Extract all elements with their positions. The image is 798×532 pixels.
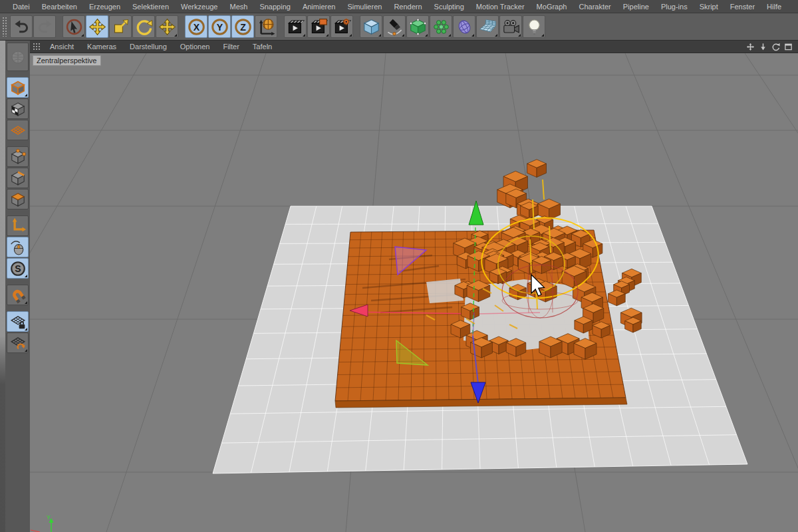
menu-item-motion-tracker[interactable]: Motion Tracker xyxy=(470,3,531,11)
model-mode-button[interactable] xyxy=(7,77,29,98)
menu-item-rendern[interactable]: Rendern xyxy=(388,3,428,11)
lock-y-axis-button[interactable]: Y xyxy=(208,15,231,38)
scale-tool-icon[interactable] xyxy=(109,15,132,38)
add-light-button[interactable] xyxy=(523,15,545,38)
lock-z-axis-button[interactable]: Z xyxy=(231,15,254,38)
make-editable-button[interactable] xyxy=(7,43,29,71)
viewport-maximize-icon[interactable] xyxy=(783,42,793,52)
toolbar-group xyxy=(284,15,354,38)
cinema4d-window: DateiBearbeitenErzeugenSelektierenWerkze… xyxy=(0,0,798,532)
lock-workplane-button[interactable] xyxy=(7,311,29,332)
redo-icon[interactable] xyxy=(33,15,56,38)
sidebar-group-separator xyxy=(5,210,30,215)
viewport-zoom-icon[interactable] xyxy=(758,42,768,52)
svg-text:S: S xyxy=(15,263,21,274)
add-mograph-button[interactable] xyxy=(430,15,452,38)
menu-item-hilfe[interactable]: Hilfe xyxy=(761,3,787,11)
menu-item-mesh[interactable]: Mesh xyxy=(223,3,253,11)
render-settings-button[interactable] xyxy=(331,15,353,38)
lock-x-axis-button[interactable]: X xyxy=(185,15,207,38)
viewport-menu-drag-handle[interactable] xyxy=(33,43,41,51)
last-used-tool-icon[interactable] xyxy=(156,15,178,38)
move-tool-icon[interactable] xyxy=(86,15,108,38)
axis-mode-button[interactable] xyxy=(7,215,29,236)
menu-item-skript[interactable]: Skript xyxy=(694,3,724,11)
viewport-pan-icon[interactable] xyxy=(745,42,755,52)
viewport-menu-bar: AnsichtKamerasDarstellungOptionenFilterT… xyxy=(30,41,798,53)
menu-item-werkzeuge[interactable]: Werkzeuge xyxy=(175,3,223,11)
toolbar-group xyxy=(63,15,179,38)
menu-item-plug-ins[interactable]: Plug-ins xyxy=(655,3,694,11)
menu-item-erzeugen[interactable]: Erzeugen xyxy=(83,3,126,11)
viewport-menu-item-ansicht[interactable]: Ansicht xyxy=(43,43,80,51)
toolbar-drag-handle[interactable] xyxy=(2,17,7,37)
add-spline-button[interactable] xyxy=(383,15,406,38)
mode-sidebar: S xyxy=(5,41,30,532)
viewport-column: AnsichtKamerasDarstellungOptionenFilterT… xyxy=(30,41,798,532)
live-selection-icon[interactable] xyxy=(63,15,85,38)
viewport-label: Zentralperspektive xyxy=(33,55,101,66)
menu-item-simulieren[interactable]: Simulieren xyxy=(341,3,388,11)
add-deformer-button[interactable] xyxy=(453,15,475,38)
svg-text:X: X xyxy=(193,21,200,32)
menu-item-datei[interactable]: Datei xyxy=(7,3,36,11)
menu-bar: DateiBearbeitenErzeugenSelektierenWerkze… xyxy=(0,0,798,13)
svg-text:Y: Y xyxy=(216,21,223,32)
menu-item-sculpting[interactable]: Sculpting xyxy=(428,3,470,11)
menu-item-animieren[interactable]: Animieren xyxy=(297,3,342,11)
main-toolbar: XYZ xyxy=(0,13,798,41)
menu-item-selektieren[interactable]: Selektieren xyxy=(126,3,175,11)
add-cube-button[interactable] xyxy=(360,15,382,38)
viewport-menu-item-optionen[interactable]: Optionen xyxy=(174,43,217,51)
points-mode-button[interactable] xyxy=(7,146,29,167)
viewport-menu-item-filter[interactable]: Filter xyxy=(216,43,245,51)
toolbar-group: XYZ xyxy=(185,15,278,38)
render-view-button[interactable] xyxy=(284,15,307,38)
coordinate-system-button[interactable] xyxy=(255,15,277,38)
viewport-menu-item-darstellung[interactable]: Darstellung xyxy=(123,43,174,51)
add-camera-button[interactable] xyxy=(499,15,522,38)
menu-item-mograph[interactable]: MoGraph xyxy=(531,3,573,11)
menu-item-bearbeiten[interactable]: Bearbeiten xyxy=(36,3,83,11)
menu-item-fenster[interactable]: Fenster xyxy=(724,3,761,11)
toolbar-group xyxy=(360,15,546,38)
tweak-mode-button[interactable] xyxy=(7,237,29,257)
magnet-tool-button[interactable] xyxy=(7,285,29,305)
workplane-mode-button[interactable] xyxy=(7,120,29,140)
sidebar-group-separator xyxy=(5,306,30,311)
polygons-mode-button[interactable] xyxy=(7,189,29,209)
texture-mode-button[interactable] xyxy=(7,98,29,119)
rotate-tool-icon[interactable] xyxy=(132,15,155,38)
add-environment-button[interactable] xyxy=(476,15,499,38)
window-edge-strip xyxy=(0,41,5,532)
menu-item-pipeline[interactable]: Pipeline xyxy=(617,3,655,11)
axis-y-label: Y xyxy=(47,514,51,521)
viewport-scene: YX xyxy=(30,53,798,532)
menu-item-snapping[interactable]: Snapping xyxy=(253,3,297,11)
sidebar-group-separator xyxy=(5,72,30,76)
svg-text:Z: Z xyxy=(240,21,246,32)
toolbar-group xyxy=(10,15,57,38)
viewport-menu-item-tafeln[interactable]: Tafeln xyxy=(246,43,279,51)
menu-item-charakter[interactable]: Charakter xyxy=(573,3,616,11)
viewport-menu-item-kameras[interactable]: Kameras xyxy=(80,43,123,51)
add-generator-button[interactable] xyxy=(406,15,429,38)
viewport-3d[interactable]: YX Zentralperspektive xyxy=(30,53,798,532)
sidebar-group-separator xyxy=(5,279,30,284)
viewport-rotate-icon[interactable] xyxy=(771,42,781,52)
edges-mode-button[interactable] xyxy=(7,168,29,188)
render-picture-viewer-button[interactable] xyxy=(307,15,330,38)
viewport-nav-controls xyxy=(745,42,798,52)
content-row: S AnsichtKamerasDarstellungOptionenFilte… xyxy=(0,41,798,532)
snap-toggle-button[interactable]: S xyxy=(7,258,29,279)
sidebar-group-separator xyxy=(5,141,30,146)
undo-icon[interactable] xyxy=(10,15,33,38)
rotate-workplane-button[interactable] xyxy=(7,332,29,353)
